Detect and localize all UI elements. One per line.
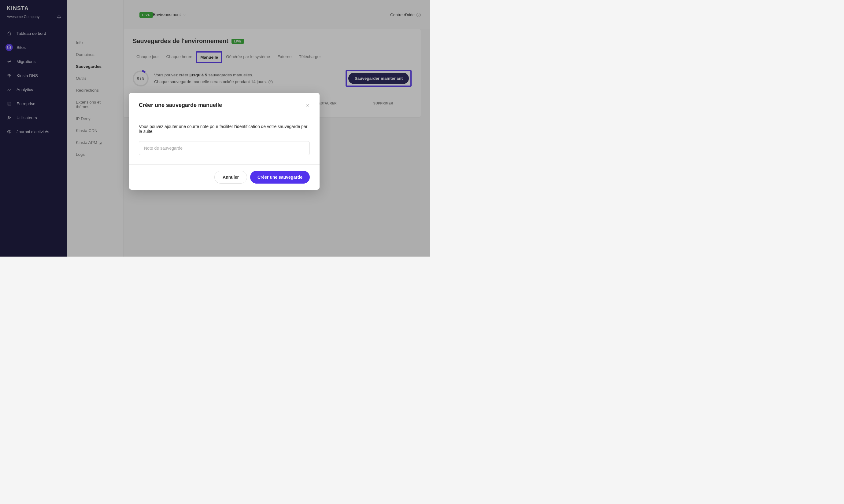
cancel-button[interactable]: Annuler — [214, 171, 247, 184]
modal-title: Créer une sauvegarde manuelle — [139, 102, 222, 108]
create-backup-button[interactable]: Créer une sauvegarde — [250, 171, 310, 184]
close-icon[interactable] — [306, 103, 310, 108]
backup-note-input[interactable] — [139, 141, 310, 155]
create-backup-modal: Créer une sauvegarde manuelle Vous pouve… — [129, 93, 320, 190]
modal-desc: Vous pouvez ajouter une courte note pour… — [139, 124, 310, 134]
